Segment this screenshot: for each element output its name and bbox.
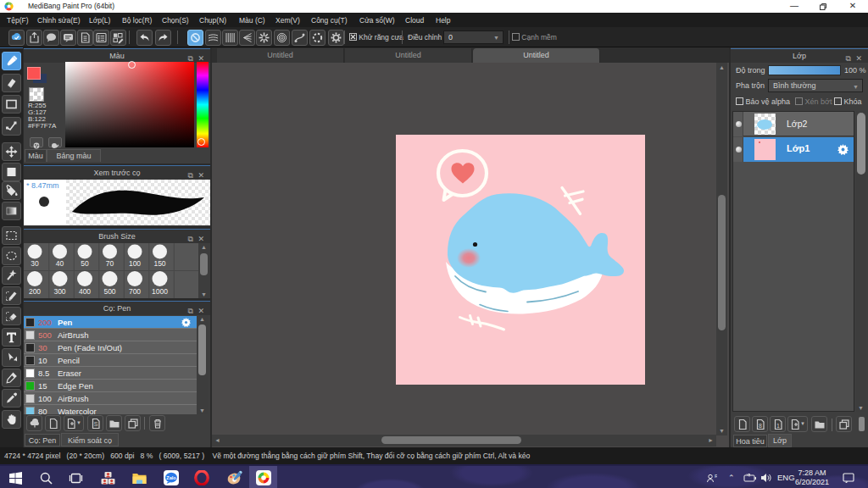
svg-text:Zalo: Zalo (166, 475, 176, 480)
svg-text:400: 400 (79, 287, 91, 296)
svg-text:1000: 1000 (152, 287, 168, 296)
svg-text:S: S (94, 421, 98, 427)
svg-text:R: R (715, 474, 717, 479)
svg-text:150: 150 (153, 259, 165, 268)
svg-text:200: 200 (29, 287, 41, 296)
svg-text:30: 30 (31, 259, 39, 268)
svg-text:100: 100 (129, 259, 141, 268)
svg-text:500: 500 (103, 287, 115, 296)
svg-text:1: 1 (776, 423, 780, 429)
svg-text:700: 700 (129, 287, 141, 296)
svg-text:50: 50 (81, 259, 89, 268)
svg-text:8: 8 (759, 423, 762, 429)
svg-text:70: 70 (106, 259, 114, 268)
svg-text:40: 40 (56, 259, 64, 268)
svg-text:300: 300 (53, 287, 65, 296)
